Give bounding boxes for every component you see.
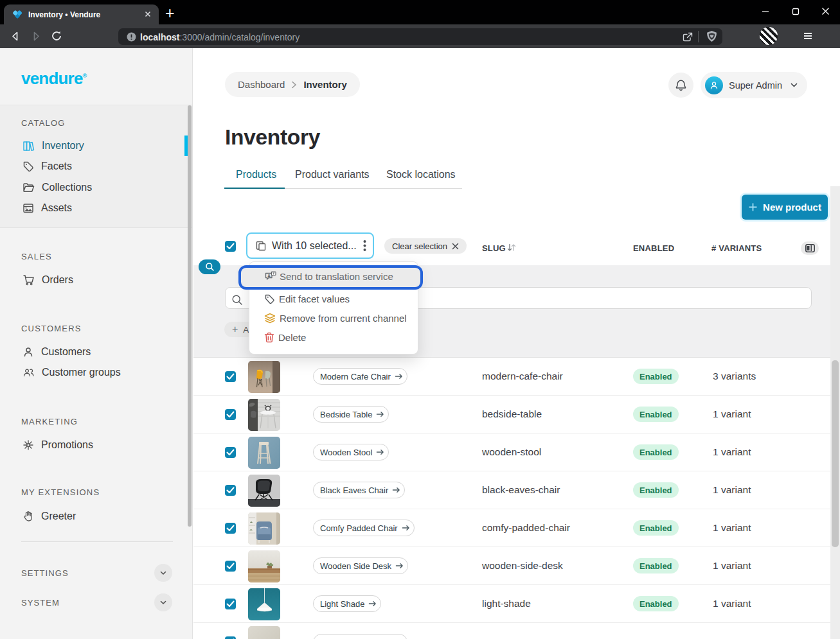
svg-text:A: A [267,274,271,278]
